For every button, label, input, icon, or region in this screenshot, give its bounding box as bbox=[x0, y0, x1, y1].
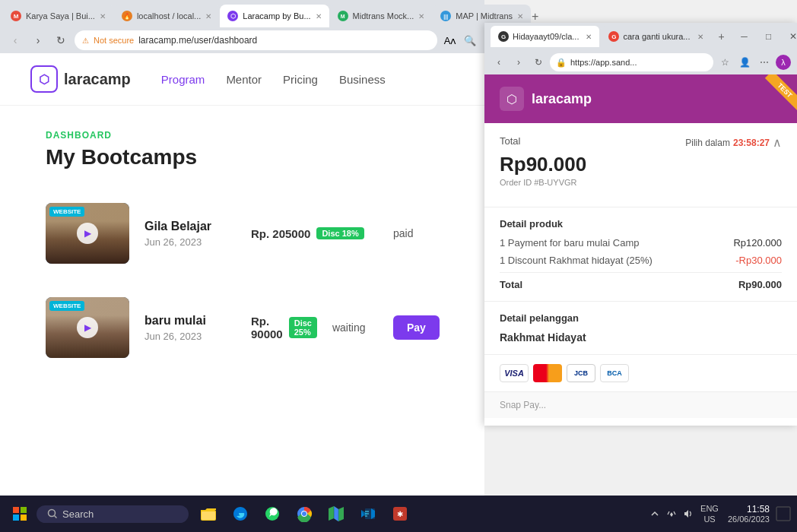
taskbar-app-vscode[interactable] bbox=[354, 500, 382, 527]
bootcamp-price-area-2: Rp. 90000 Disc 25% bbox=[251, 315, 317, 340]
edge-icon bbox=[232, 505, 249, 522]
browser-popup: G Hidayaayt09/cla... ✕ G cara ganti ukur… bbox=[484, 23, 797, 426]
popup-url-bar[interactable]: 🔒 https://app.sand... bbox=[550, 53, 713, 71]
tab-midtrans-mock[interactable]: M Midtrans Mock... ✕ bbox=[330, 5, 433, 27]
clock[interactable]: 11:58 26/06/2023 bbox=[728, 504, 770, 524]
folder-icon bbox=[200, 505, 217, 522]
popup-profile-button[interactable]: 👤 bbox=[736, 54, 753, 71]
language-indicator[interactable]: ENGUS bbox=[700, 503, 719, 525]
detail-item-1-price: Rp120.000 bbox=[733, 237, 782, 249]
popup-bookmark-button[interactable]: ☆ bbox=[716, 54, 733, 71]
detail-item-2: 1 Discount Rakhmat hidayat (25%) -Rp30.0… bbox=[500, 255, 782, 266]
nav-links: Program Mentor Pricing Business bbox=[161, 73, 386, 86]
taskbar-app-whatsapp[interactable] bbox=[259, 500, 286, 527]
taskbar-app-explorer[interactable] bbox=[195, 500, 222, 527]
detail-item-2-price: -Rp30.000 bbox=[735, 255, 782, 266]
pilih-label: Pilih dalam bbox=[685, 138, 730, 148]
tab-localhost[interactable]: 🔥 localhost / local... ✕ bbox=[114, 5, 219, 27]
time-display: 11:58 bbox=[728, 504, 770, 515]
popup-url-text: https://app.sand... bbox=[570, 58, 637, 67]
popup-tab-1[interactable]: G Hidayaayt09/cla... ✕ bbox=[491, 26, 599, 47]
start-button[interactable] bbox=[6, 500, 33, 527]
forward-button[interactable]: › bbox=[29, 31, 47, 49]
popup-forward-button[interactable]: › bbox=[510, 54, 527, 71]
pay-button[interactable]: Pay bbox=[393, 315, 440, 340]
nav-program[interactable]: Program bbox=[161, 73, 205, 86]
nav-business[interactable]: Business bbox=[339, 73, 386, 86]
tab-close-3[interactable]: ✕ bbox=[316, 12, 322, 21]
nav-mentor[interactable]: Mentor bbox=[226, 73, 262, 86]
tab-close-1[interactable]: ✕ bbox=[100, 12, 106, 21]
taskbar-app-maps[interactable] bbox=[322, 500, 350, 527]
tab-karya-saya[interactable]: M Karya Saya | Bui... ✕ bbox=[3, 5, 113, 27]
taskbar-app-chrome[interactable] bbox=[291, 500, 318, 527]
svg-text:✱: ✱ bbox=[397, 510, 403, 518]
tab-close-4[interactable]: ✕ bbox=[418, 12, 424, 21]
reload-button[interactable]: ↻ bbox=[52, 31, 70, 49]
taskbar-app-edge[interactable] bbox=[227, 500, 254, 527]
popup-more-button[interactable]: ⋯ bbox=[756, 54, 773, 71]
translate-ext[interactable]: Aʌ bbox=[442, 32, 459, 49]
bootcamp-status-1: paid bbox=[393, 227, 439, 239]
bootcamp-name-2: baru mulai bbox=[144, 314, 236, 328]
jcb-logo: JCB bbox=[567, 364, 595, 382]
popup-reload-button[interactable]: ↻ bbox=[530, 54, 547, 71]
back-button[interactable]: ‹ bbox=[6, 31, 24, 49]
page-title: My Bootcamps bbox=[46, 145, 439, 169]
popup-back-button[interactable]: ‹ bbox=[491, 54, 507, 71]
snap-bottom: Snap Pay... bbox=[484, 392, 797, 418]
search-ext[interactable]: 🔍 bbox=[462, 32, 478, 49]
svg-rect-0 bbox=[13, 507, 19, 513]
tab-favicon-1: M bbox=[11, 11, 21, 21]
site-nav: ⬡ laracamp Program Mentor Pricing Busine… bbox=[0, 53, 484, 106]
order-id: Order ID #B-UYVGR bbox=[500, 178, 782, 187]
show-desktop-button[interactable] bbox=[776, 506, 791, 521]
url-bar[interactable]: ⚠ Not secure laracamp.me/user/dashboard bbox=[75, 30, 437, 50]
countdown-area: Pilih dalam 23:58:27 ∧ bbox=[685, 135, 782, 150]
site-logo[interactable]: ⬡ laracamp bbox=[30, 65, 131, 93]
logo-text: laracamp bbox=[64, 71, 131, 88]
bootcamp-info-2: baru mulai Jun 26, 2023 bbox=[144, 314, 236, 342]
volume-icon[interactable] bbox=[682, 508, 694, 520]
tab-favicon-2: 🔥 bbox=[122, 11, 132, 21]
popup-tab-2[interactable]: G cara ganti ukura... ✕ bbox=[601, 26, 710, 47]
close-button[interactable]: ✕ bbox=[783, 26, 798, 47]
nav-pricing[interactable]: Pricing bbox=[283, 73, 318, 86]
address-bar: ‹ › ↻ ⚠ Not secure laracamp.me/user/dash… bbox=[0, 27, 484, 53]
popup-tab-close-1[interactable]: ✕ bbox=[586, 33, 592, 41]
midtrans-brand: laracamp bbox=[532, 91, 592, 107]
tab-close-5[interactable]: ✕ bbox=[517, 12, 523, 21]
customer-name: Rakhmat Hidayat bbox=[500, 331, 782, 344]
popup-extension-button[interactable]: λ bbox=[776, 55, 791, 70]
payment-header-row: Total Pilih dalam 23:58:27 ∧ bbox=[500, 135, 782, 150]
play-button-1[interactable]: ▶ bbox=[77, 223, 98, 244]
popup-new-tab-button[interactable]: + bbox=[713, 27, 731, 46]
payment-summary-card: Total Pilih dalam 23:58:27 ∧ Rp90.000 Or… bbox=[484, 123, 797, 207]
visa-card-logo: VISA bbox=[500, 364, 529, 382]
system-info: ENGUS 11:58 26/06/2023 bbox=[700, 503, 770, 525]
test-ribbon-text: TEST bbox=[765, 74, 797, 110]
app-icon: ✱ bbox=[392, 505, 408, 522]
discount-badge-2: Disc 25% bbox=[289, 317, 317, 338]
tab-laracamp[interactable]: ⬡ Laracamp by Bu... ✕ bbox=[220, 5, 329, 27]
chevron-up-icon[interactable] bbox=[649, 508, 661, 520]
network-icon[interactable] bbox=[665, 508, 678, 520]
svg-rect-7 bbox=[202, 511, 215, 520]
taskbar-search[interactable]: Search bbox=[37, 505, 189, 523]
popup-tab-close-2[interactable]: ✕ bbox=[697, 33, 703, 41]
play-button-2[interactable]: ▶ bbox=[77, 317, 98, 338]
extension-icons: Aʌ 🔍 bbox=[442, 32, 478, 49]
minimize-button[interactable]: ─ bbox=[734, 26, 755, 47]
tab-close-2[interactable]: ✕ bbox=[205, 12, 211, 21]
bootcamp-thumb-2: WEBSITE ▶ bbox=[46, 297, 129, 358]
detail-item-1-label: 1 Payment for baru mulai Camp bbox=[500, 237, 733, 249]
collapse-button[interactable]: ∧ bbox=[773, 135, 782, 150]
maximize-button[interactable]: □ bbox=[758, 26, 780, 47]
svg-rect-19 bbox=[776, 507, 790, 521]
bootcamp-price-1: Rp. 205000 bbox=[251, 227, 310, 240]
bootcamp-date-1: Jun 26, 2023 bbox=[144, 236, 236, 248]
bootcamp-list: WEBSITE ▶ Gila Belajar Jun 26, 2023 Rp. … bbox=[46, 194, 439, 367]
whatsapp-icon bbox=[264, 505, 281, 522]
bootcamp-price-2: Rp. 90000 bbox=[251, 315, 283, 340]
taskbar-app-7[interactable]: ✱ bbox=[386, 500, 414, 527]
